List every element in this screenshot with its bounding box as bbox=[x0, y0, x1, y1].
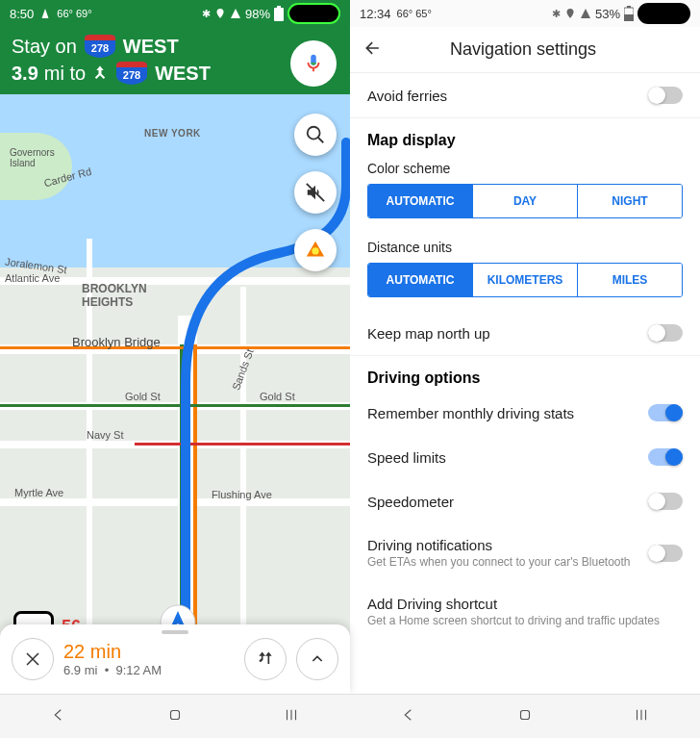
row-sublabel: Get ETAs when you connect to your car's … bbox=[367, 555, 648, 569]
svg-point-4 bbox=[308, 127, 320, 140]
street-label: Gold St bbox=[260, 391, 295, 402]
seg-miles[interactable]: MILES bbox=[577, 264, 682, 296]
row-label: Speedometer bbox=[367, 494, 648, 510]
location-icon bbox=[214, 8, 226, 19]
route-shield-icon: 278 bbox=[83, 35, 117, 58]
row-label: Speed limits bbox=[367, 449, 648, 466]
battery-pct: 53% bbox=[595, 7, 620, 21]
city-label: NEW YORK bbox=[144, 128, 201, 139]
row-label: Remember monthly driving stats bbox=[367, 405, 648, 421]
toggle-switch[interactable] bbox=[648, 324, 683, 342]
home-button[interactable] bbox=[166, 706, 184, 727]
battery-icon bbox=[274, 6, 284, 21]
close-nav-button[interactable] bbox=[12, 638, 54, 680]
alternate-routes-button[interactable] bbox=[244, 638, 287, 680]
page-title: Navigation settings bbox=[450, 39, 596, 60]
row-label: Add Driving shortcut bbox=[367, 596, 683, 612]
nav-stay-label: Stay on bbox=[12, 36, 77, 58]
play-music-button[interactable] bbox=[294, 229, 337, 271]
android-nav-bar bbox=[350, 694, 700, 738]
speedometer-row[interactable]: Speedometer bbox=[350, 479, 700, 523]
svg-point-5 bbox=[312, 247, 318, 254]
eta-time: 22 min bbox=[63, 641, 235, 663]
toggle-switch[interactable] bbox=[648, 545, 683, 562]
street-label: Brooklyn Bridge bbox=[72, 335, 161, 349]
recents-button[interactable] bbox=[633, 706, 650, 727]
monthly-stats-row[interactable]: Remember monthly driving stats bbox=[350, 391, 700, 435]
keep-north-up-row[interactable]: Keep map north up bbox=[350, 311, 700, 356]
seg-night[interactable]: NIGHT bbox=[577, 185, 682, 217]
eta-bottom-sheet[interactable]: 22 min 6.9 mi • 9:12 AM bbox=[0, 624, 350, 694]
street-label: Atlantic Ave bbox=[5, 272, 60, 284]
add-shortcut-row[interactable]: Add Driving shortcut Get a Home screen s… bbox=[350, 582, 700, 641]
back-button[interactable] bbox=[363, 38, 383, 62]
svg-text:278: 278 bbox=[91, 42, 109, 54]
street-label: Flushing Ave bbox=[212, 489, 272, 500]
svg-rect-11 bbox=[520, 710, 529, 719]
svg-rect-1 bbox=[277, 6, 281, 8]
signal-icon bbox=[230, 8, 241, 19]
svg-rect-9 bbox=[624, 14, 634, 21]
search-button[interactable] bbox=[294, 114, 337, 156]
status-temp: 66° 69° bbox=[57, 8, 91, 19]
color-scheme-label: Color scheme bbox=[350, 153, 700, 184]
seg-kilometers[interactable]: KILOMETERS bbox=[472, 264, 577, 296]
merge-icon bbox=[91, 63, 109, 84]
svg-rect-7 bbox=[170, 710, 179, 719]
section-driving-options: Driving options bbox=[350, 356, 700, 391]
battery-pct: 98% bbox=[245, 7, 270, 21]
row-label: Avoid ferries bbox=[367, 88, 648, 104]
nav-dir-1: WEST bbox=[123, 36, 179, 58]
status-time: 8:50 bbox=[10, 7, 34, 21]
home-button[interactable] bbox=[516, 706, 534, 727]
back-button[interactable] bbox=[400, 706, 417, 727]
toggle-switch[interactable] bbox=[648, 448, 683, 466]
gov-island-label: Governors Island bbox=[10, 147, 55, 168]
battery-icon bbox=[624, 6, 634, 21]
toggle-switch[interactable] bbox=[648, 493, 683, 510]
speed-limits-row[interactable]: Speed limits bbox=[350, 435, 700, 479]
status-temp: 66° 65° bbox=[397, 8, 432, 19]
nav-direction-header[interactable]: Stay on 278 WEST 3.9 mi to 278 WEST bbox=[0, 27, 350, 94]
avoid-ferries-row[interactable]: Avoid ferries bbox=[350, 73, 700, 118]
location-icon bbox=[564, 8, 576, 19]
seg-automatic[interactable]: AUTOMATIC bbox=[368, 185, 472, 217]
row-label: Driving notifications bbox=[367, 537, 648, 553]
seg-day[interactable]: DAY bbox=[472, 185, 577, 217]
driving-notifications-row[interactable]: Driving notifications Get ETAs when you … bbox=[350, 523, 700, 582]
seg-automatic[interactable]: AUTOMATIC bbox=[368, 264, 472, 296]
street-label: Navy St bbox=[87, 429, 124, 441]
camera-cutout bbox=[638, 3, 690, 24]
drag-handle[interactable] bbox=[162, 630, 188, 634]
android-nav-bar bbox=[0, 694, 350, 738]
nav-dist-unit: mi to bbox=[44, 63, 86, 85]
settings-header: Navigation settings bbox=[350, 27, 700, 73]
status-bar: 12:34 66° 65° ✱ 53% bbox=[350, 0, 700, 27]
status-time: 12:34 bbox=[360, 7, 391, 21]
eta-info: 22 min 6.9 mi • 9:12 AM bbox=[63, 641, 235, 677]
expand-sheet-button[interactable] bbox=[296, 638, 338, 680]
toggle-switch[interactable] bbox=[648, 87, 683, 104]
svg-text:278: 278 bbox=[123, 69, 140, 81]
street-label: Myrtle Ave bbox=[14, 487, 63, 498]
distance-units-segmented: AUTOMATIC KILOMETERS MILES bbox=[367, 263, 683, 297]
svg-rect-10 bbox=[627, 6, 631, 8]
street-label: Gold St bbox=[125, 391, 161, 402]
back-button[interactable] bbox=[50, 706, 67, 727]
mute-button[interactable] bbox=[294, 171, 337, 214]
status-bar: 8:50 66° 69° ✱ 98% bbox=[0, 0, 350, 27]
distance-units-label: Distance units bbox=[350, 232, 700, 263]
color-scheme-segmented: AUTOMATIC DAY NIGHT bbox=[367, 184, 683, 218]
section-map-display: Map display bbox=[350, 118, 700, 153]
route-shield-icon: 278 bbox=[114, 62, 149, 85]
area-label: BROOKLYN HEIGHTS bbox=[82, 282, 147, 309]
toggle-switch[interactable] bbox=[648, 404, 683, 421]
nav-dir-2: WEST bbox=[155, 63, 211, 85]
signal-icon bbox=[580, 8, 591, 19]
recents-button[interactable] bbox=[283, 706, 300, 727]
row-label: Keep map north up bbox=[367, 325, 648, 342]
camera-cutout bbox=[288, 3, 340, 24]
nav-dist: 3.9 bbox=[12, 63, 38, 84]
svg-rect-0 bbox=[274, 8, 284, 21]
voice-search-button[interactable] bbox=[290, 40, 337, 87]
